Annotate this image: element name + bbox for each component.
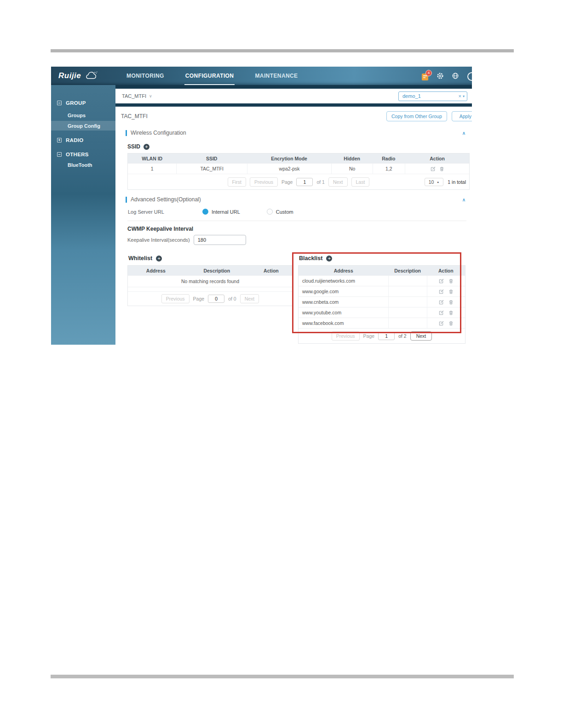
- collapse-chevron-icon[interactable]: ∧: [462, 131, 465, 136]
- blacklist-actions: [427, 297, 465, 307]
- sidebar: − GROUP Groups Group Config + RADIO − OT…: [51, 85, 115, 345]
- edit-icon[interactable]: [439, 279, 444, 284]
- delete-icon[interactable]: [448, 300, 454, 305]
- total-count-label: 1 in total: [448, 179, 466, 185]
- keepalive-interval-input[interactable]: [194, 235, 246, 245]
- blacklist-header-description: Description: [388, 268, 426, 273]
- wireless-section-header: Wireless Configuration ∧: [126, 130, 465, 136]
- add-ssid-icon[interactable]: +: [144, 144, 149, 150]
- tab-maintenance[interactable]: MAINTENANCE: [254, 67, 299, 85]
- ssid-table-row: 1 TAC_MTFI wpa2-psk No 1,2: [128, 163, 469, 174]
- previous-page-button[interactable]: Previous: [250, 177, 278, 187]
- add-blacklist-icon[interactable]: +: [326, 256, 332, 262]
- collapse-icon[interactable]: −: [57, 101, 62, 105]
- delete-icon[interactable]: [448, 289, 454, 294]
- radio-selected-icon: [202, 209, 208, 215]
- blacklist-actions: [427, 276, 465, 286]
- sidebar-group-label: GROUP: [66, 100, 86, 106]
- sidebar-groups-label: Groups: [68, 113, 86, 118]
- sidebar-item-bluetooth[interactable]: BlueTooth: [51, 160, 115, 170]
- tab-monitoring[interactable]: MONITORING: [126, 67, 165, 85]
- edit-icon[interactable]: [439, 289, 444, 294]
- breadcrumb[interactable]: TAC_MTFI ∨: [122, 93, 152, 99]
- custom-radio[interactable]: Custom: [267, 209, 293, 215]
- card-header: TAC_MTFI Copy from Other Group Apply: [115, 107, 472, 123]
- cloud-logo-icon: [84, 71, 98, 81]
- blacklist-actions: [427, 318, 465, 328]
- next-page-button[interactable]: Next: [328, 177, 348, 187]
- notification-icon[interactable]: 4: [422, 72, 429, 80]
- sidebar-item-group-config[interactable]: Group Config: [51, 121, 115, 131]
- ssid-label-row: SSID +: [127, 143, 472, 150]
- sidebar-item-others[interactable]: − OTHERS: [51, 151, 115, 158]
- whitelist-title-row: Whitelist +: [128, 255, 293, 262]
- lists-row: Whitelist + Address Description Action N…: [127, 255, 472, 344]
- ssid-cell-wlan-id: 1: [128, 164, 176, 174]
- whitelist-title: Whitelist: [128, 255, 152, 262]
- delete-icon[interactable]: [448, 321, 454, 326]
- blacklist-address: www.cnbeta.com: [299, 297, 388, 307]
- blacklist-description: [388, 307, 426, 318]
- edit-icon[interactable]: [439, 300, 444, 305]
- nav-right-icons: 4: [422, 72, 472, 80]
- ssid-header-action: Action: [405, 156, 470, 161]
- blacklist-address: www.google.com: [299, 286, 388, 296]
- page-number-input[interactable]: [378, 332, 395, 340]
- main-card: TAC_MTFI Copy from Other Group Apply Wir…: [115, 107, 472, 345]
- blacklist-actions: [427, 307, 465, 318]
- page-size-select[interactable]: 10 ▲: [425, 178, 444, 186]
- page-bottom-rule: [51, 675, 514, 678]
- add-whitelist-icon[interactable]: +: [156, 256, 162, 262]
- sidebar-item-radio[interactable]: + RADIO: [51, 136, 115, 144]
- group-select[interactable]: demo_1 × ▾: [398, 91, 467, 101]
- edit-icon[interactable]: [439, 321, 444, 326]
- last-page-button[interactable]: Last: [351, 177, 370, 187]
- sidebar-item-groups[interactable]: Groups: [51, 110, 115, 120]
- ssid-cell-action: [405, 164, 470, 174]
- whitelist-header-description: Description: [184, 268, 250, 273]
- ssid-label: SSID: [127, 143, 140, 150]
- next-page-button[interactable]: Next: [410, 331, 432, 341]
- nav-tabs: MONITORING CONFIGURATION MAINTENANCE: [126, 67, 318, 85]
- edit-icon[interactable]: [431, 166, 436, 171]
- ssid-header-ssid: SSID: [176, 156, 247, 161]
- delete-icon[interactable]: [448, 310, 454, 315]
- previous-page-button[interactable]: Previous: [161, 294, 190, 303]
- blacklist-section: Blacklist + Address Description Action c…: [298, 255, 465, 344]
- page-number-input[interactable]: [208, 295, 224, 303]
- next-page-button[interactable]: Next: [240, 294, 259, 303]
- top-nav: Ruijie MONITORING CONFIGURATION MAINTENA…: [51, 67, 472, 85]
- tab-configuration[interactable]: CONFIGURATION: [184, 67, 235, 85]
- globe-icon[interactable]: [452, 72, 459, 80]
- gear-icon[interactable]: [437, 72, 444, 80]
- expand-icon[interactable]: +: [57, 138, 62, 142]
- clear-icon[interactable]: ×: [459, 93, 461, 99]
- copy-from-other-group-button[interactable]: Copy from Other Group: [386, 111, 447, 121]
- delete-icon[interactable]: [448, 279, 454, 284]
- collapse-chevron-icon[interactable]: ∧: [462, 197, 465, 202]
- blacklist-row: www.cnbeta.com: [299, 296, 465, 307]
- first-page-button[interactable]: First: [228, 177, 246, 187]
- whitelist-spacer: [128, 287, 293, 291]
- apply-button[interactable]: Apply: [452, 111, 472, 121]
- ssid-cell-hidden: No: [331, 164, 373, 174]
- sidebar-item-group[interactable]: − GROUP: [51, 99, 115, 107]
- blacklist-description: [388, 297, 426, 307]
- page-of-label: of 0: [228, 296, 236, 301]
- internal-url-radio[interactable]: Internal URL: [202, 209, 240, 215]
- brand-wordmark: Ruijie: [58, 71, 81, 80]
- keepalive-label: Keepalive Interval(seconds): [127, 237, 190, 243]
- ssid-cell-radio: 1,2: [373, 164, 405, 174]
- wireless-section-title-wrap: Wireless Configuration: [126, 130, 186, 136]
- previous-page-button[interactable]: Previous: [332, 331, 360, 341]
- app-window: Ruijie MONITORING CONFIGURATION MAINTENA…: [51, 67, 472, 345]
- header-buttons: Copy from Other Group Apply: [386, 111, 472, 121]
- delete-icon[interactable]: [439, 166, 444, 171]
- edit-icon[interactable]: [439, 310, 444, 315]
- page-number-input[interactable]: [296, 178, 313, 186]
- collapse-icon[interactable]: −: [57, 152, 62, 157]
- sidebar-group-config-label: Group Config: [68, 123, 100, 129]
- blacklist-row: www.google.com: [299, 286, 465, 296]
- ssid-header-wlan-id: WLAN ID: [128, 156, 176, 161]
- whitelist-header-action: Action: [250, 268, 293, 273]
